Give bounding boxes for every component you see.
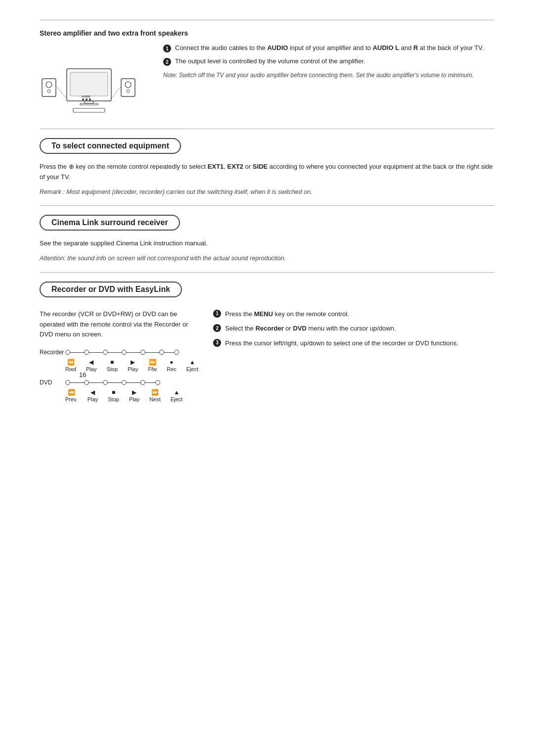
recorder-dot-start <box>65 350 70 355</box>
svg-point-2 <box>47 90 50 93</box>
play-back-label-dvd: Play <box>88 396 98 402</box>
dvd-buttons-row: ⏪ Prev. ◀ Play ■ Stop ▶ <box>65 389 198 402</box>
recorder-buttons-row: ⏪ Rwd ◀ Play ■ Stop ▶ Pl <box>65 359 198 372</box>
dvd-dot-3 <box>103 380 108 385</box>
recorder-dot-3 <box>103 350 108 355</box>
easylink-step-3: 3 Press the cursor left/right, up/down t… <box>213 338 494 348</box>
dvd-btn-stop: ■ Stop <box>108 389 119 402</box>
select-header: To select connected equipment <box>40 138 181 154</box>
cinema-attention: Attention: the sound info on screen will… <box>40 254 494 263</box>
svg-point-12 <box>125 82 131 88</box>
recorder-btn-stop: ■ Stop <box>106 359 118 372</box>
rewind-icon: ⏪ <box>67 359 75 366</box>
stereo-instructions: 1 Connect the audio cables to the AUDIO … <box>163 44 494 80</box>
easylink-step-2-text: Select the Recorder or DVD menu with the… <box>225 324 396 333</box>
stereo-amplifier-section: Stereo amplifier and two extra front spe… <box>40 29 494 115</box>
recorder-dot-4 <box>122 350 127 355</box>
recorder-dot-7 <box>174 350 179 355</box>
dvd-btn-next: ⏩ Next <box>149 389 161 402</box>
svg-line-15 <box>56 86 67 98</box>
easylink-step-3-text: Press the cursor left/right, up/down to … <box>225 338 458 348</box>
svg-rect-14 <box>73 108 105 112</box>
svg-text:AUDIO: AUDIO <box>82 95 90 98</box>
dvd-btn-eject: ▲ Eject <box>171 389 182 402</box>
dvd-line-2 <box>89 382 103 383</box>
cinema-divider <box>40 205 494 206</box>
dvd-line-1 <box>70 382 84 383</box>
easylink-section: Recorder or DVD with EasyLink The record… <box>40 272 494 403</box>
dvd-dot-6 <box>155 380 160 385</box>
recorder-dot-2 <box>84 350 89 355</box>
recorder-line-4 <box>127 352 140 353</box>
stereo-section-title: Stereo amplifier and two extra front spe… <box>40 29 494 37</box>
easylink-divider <box>40 272 494 273</box>
svg-line-16 <box>111 86 121 98</box>
recorder-label: Recorder <box>40 349 65 356</box>
easylink-step-1: 1 Press the MENU key on the remote contr… <box>213 309 494 319</box>
dvd-dot-4 <box>122 380 127 385</box>
stop-label-recorder: Stop <box>106 366 118 372</box>
dvd-dot-start <box>65 380 70 385</box>
stop-label-dvd: Stop <box>108 396 119 402</box>
dvd-line-5 <box>145 382 155 383</box>
cinema-header: Cinema Link surround receiver <box>40 215 180 231</box>
stereo-svg: AUDIO <box>40 44 138 113</box>
cinema-body: See the separate supplied Cinema Link in… <box>40 238 494 249</box>
recorder-line-1 <box>70 352 84 353</box>
recorder-line-3 <box>108 352 122 353</box>
recorder-btn-play: ▶ Play <box>128 359 138 372</box>
step-1-text: Connect the audio cables to the AUDIO in… <box>175 44 484 52</box>
recorder-btn-rwd: ⏪ Rwd <box>65 359 76 372</box>
select-remark: Remark : Most equipment (decoder, record… <box>40 188 494 197</box>
svg-rect-10 <box>80 103 98 105</box>
play-icon-dvd: ▶ <box>132 389 136 396</box>
svg-point-1 <box>46 82 52 88</box>
select-equipment-section: To select connected equipment Press the … <box>40 129 494 196</box>
step-2-number: 2 <box>163 58 171 66</box>
recorder-transport-diagram: Recorder <box>40 349 198 402</box>
easylink-header: Recorder or DVD with EasyLink <box>40 282 182 297</box>
svg-point-13 <box>127 90 130 93</box>
eject-icon-dvd: ▲ <box>174 389 179 396</box>
easylink-step-1-text: Press the MENU key on the remote control… <box>225 309 349 319</box>
stereo-note: Note: Switch off the TV and your audio a… <box>163 71 494 80</box>
easylink-step-2: 2 Select the Recorder or DVD menu with t… <box>213 324 494 333</box>
recorder-btn-rec: ● Rec <box>167 359 177 372</box>
dvd-btn-play-back: ◀ Play <box>88 389 98 402</box>
dvd-btn-prev: ⏪ Prev. <box>65 389 78 402</box>
easylink-description: The recorder (VCR or DVD+RW) or DVD can … <box>40 309 198 340</box>
recorder-line-5 <box>145 352 159 353</box>
recorder-line-6 <box>164 352 174 353</box>
play-back-icon-dvd: ◀ <box>90 389 95 396</box>
top-divider <box>40 20 494 20</box>
play-label-recorder: Play <box>128 366 138 372</box>
cinema-link-section: Cinema Link surround receiver See the se… <box>40 205 494 263</box>
svg-point-8 <box>89 98 91 100</box>
ffw-label: Ffw <box>148 366 157 372</box>
eject-label-recorder: Eject <box>186 366 198 372</box>
svg-rect-4 <box>70 72 108 96</box>
easylink-right-column: 1 Press the MENU key on the remote contr… <box>213 309 494 353</box>
recorder-dot-5 <box>140 350 145 355</box>
easylink-left-column: The recorder (VCR or DVD+RW) or DVD can … <box>40 309 198 403</box>
prev-label: Prev. <box>65 396 78 402</box>
dvd-label: DVD <box>40 379 65 386</box>
recorder-btn-ffw: ⏩ Ffw <box>148 359 157 372</box>
dvd-dot-2 <box>84 380 89 385</box>
rwd-label: Rwd <box>65 366 76 372</box>
easylink-step-2-num: 2 <box>213 324 221 332</box>
play-label-dvd: Play <box>129 396 139 402</box>
step-1-number: 1 <box>163 45 171 52</box>
dvd-line-3 <box>108 382 122 383</box>
play-back-label: Play <box>86 366 96 372</box>
dvd-dot-5 <box>140 380 145 385</box>
svg-point-7 <box>86 98 88 100</box>
recorder-dot-6 <box>159 350 164 355</box>
recorder-btn-play-back: ◀ Play <box>86 359 96 372</box>
recorder-dot-row: Recorder <box>40 349 198 356</box>
recorder-line-2 <box>89 352 103 353</box>
prev-icon: ⏪ <box>68 389 75 396</box>
eject-icon-recorder: ▲ <box>189 359 195 366</box>
stereo-diagram-image: AUDIO <box>40 44 148 115</box>
easylink-step-1-num: 1 <box>213 310 221 318</box>
